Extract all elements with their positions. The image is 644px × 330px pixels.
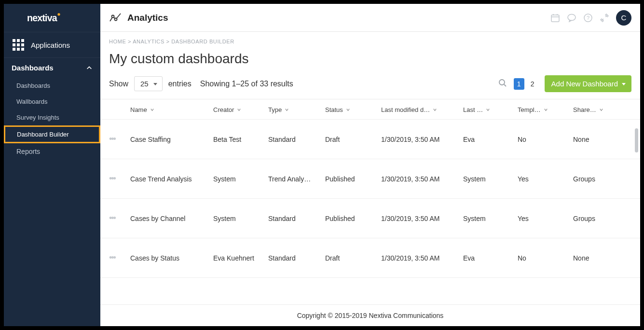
row-actions-icon[interactable]: ••• bbox=[109, 174, 130, 184]
cell-lastby: Eva bbox=[463, 136, 518, 143]
cell-name: Cases by Status bbox=[130, 254, 213, 262]
svg-text:nextiva: nextiva bbox=[27, 13, 57, 23]
cell-template: Yes bbox=[518, 175, 573, 183]
cell-name: Case Staffing bbox=[130, 136, 213, 143]
page-header-title: Analytics bbox=[127, 13, 168, 23]
column-header-lastby[interactable]: Last … bbox=[463, 106, 518, 113]
sidebar-item-survey-insights[interactable]: Survey Insights bbox=[4, 110, 100, 125]
column-header-type[interactable]: Type bbox=[268, 106, 325, 113]
page-2-button[interactable]: 2 bbox=[527, 78, 538, 90]
row-actions-icon[interactable]: ••• bbox=[109, 213, 130, 223]
sort-icon bbox=[150, 108, 154, 112]
column-header-creator[interactable]: Creator bbox=[213, 106, 268, 113]
cell-modified: 1/30/2019, 3:50 AM bbox=[381, 254, 463, 262]
sort-icon bbox=[285, 108, 289, 112]
page-title: My custom dashboards bbox=[100, 44, 640, 75]
cell-template: Yes bbox=[518, 215, 573, 222]
applications-label: Applications bbox=[31, 41, 70, 49]
scrollbar-thumb[interactable] bbox=[635, 128, 638, 152]
cell-shared: None bbox=[573, 254, 621, 262]
cell-name: Case Trend Analysis bbox=[130, 175, 213, 183]
cell-type: Standard bbox=[268, 254, 325, 262]
calendar-icon[interactable] bbox=[550, 13, 560, 23]
column-header-template[interactable]: Templ… bbox=[518, 106, 573, 113]
sort-icon bbox=[237, 108, 241, 112]
add-new-dashboard-button[interactable]: Add New Dashboard bbox=[545, 75, 631, 92]
cell-shared: Groups bbox=[573, 175, 621, 183]
cell-modified: 1/30/2019, 3:50 AM bbox=[381, 136, 463, 143]
cell-status: Published bbox=[325, 175, 381, 183]
footer-copyright: Copyright © 2015-2019 Nextiva Communicat… bbox=[100, 304, 640, 326]
sort-icon bbox=[433, 108, 437, 112]
table-row[interactable]: •••Cases by ChannelSystemStandardPublish… bbox=[100, 199, 640, 238]
svg-line-12 bbox=[504, 84, 506, 86]
search-icon[interactable] bbox=[498, 79, 507, 89]
sidebar-item-dashboards[interactable]: Dashboards bbox=[4, 78, 100, 94]
chat-icon[interactable] bbox=[567, 13, 576, 23]
cell-status: Published bbox=[325, 215, 381, 222]
sidebar-item-reports[interactable]: Reports bbox=[4, 143, 100, 160]
apps-grid-icon bbox=[13, 39, 24, 51]
svg-point-0 bbox=[57, 13, 60, 15]
svg-point-2 bbox=[112, 15, 114, 17]
cell-template: No bbox=[518, 254, 573, 262]
results-text: Showing 1–25 of 33 results bbox=[200, 80, 293, 88]
cell-shared: Groups bbox=[573, 215, 621, 222]
help-icon[interactable]: ? bbox=[583, 13, 593, 23]
svg-point-11 bbox=[499, 80, 505, 85]
cell-name: Cases by Channel bbox=[130, 215, 213, 222]
table-row[interactable]: •••Cases by StatusEva KuehnertStandardDr… bbox=[100, 238, 640, 278]
column-header-status[interactable]: Status bbox=[325, 106, 381, 113]
table-row[interactable]: •••Case Trend AnalysisSystemTrend Analy…… bbox=[100, 159, 640, 199]
svg-text:?: ? bbox=[587, 15, 589, 21]
entries-select[interactable]: 25 bbox=[134, 76, 163, 91]
user-avatar[interactable]: C bbox=[616, 10, 631, 26]
row-actions-icon[interactable]: ••• bbox=[109, 134, 130, 144]
cell-lastby: System bbox=[463, 175, 518, 183]
page-1-button[interactable]: 1 bbox=[514, 78, 524, 90]
column-header-shared[interactable]: Share… bbox=[573, 106, 621, 113]
row-actions-icon[interactable]: ••• bbox=[109, 253, 130, 263]
cell-creator: System bbox=[213, 215, 268, 222]
pagination: 1 2 bbox=[514, 78, 538, 90]
cell-creator: Beta Test bbox=[213, 136, 268, 143]
svg-rect-4 bbox=[551, 15, 559, 22]
cell-lastby: System bbox=[463, 215, 518, 222]
cell-creator: System bbox=[213, 175, 268, 183]
sort-icon bbox=[346, 108, 350, 112]
applications-menu[interactable]: Applications bbox=[4, 32, 100, 58]
svg-point-3 bbox=[115, 18, 117, 20]
cell-type: Standard bbox=[268, 215, 325, 222]
breadcrumb[interactable]: HOME > ANALYTICS > DASHBOARD BUILDER bbox=[100, 32, 640, 44]
sort-icon bbox=[599, 108, 603, 112]
analytics-icon bbox=[109, 12, 122, 24]
cell-type: Standard bbox=[268, 136, 325, 143]
cell-status: Draft bbox=[325, 254, 381, 262]
sidebar-section-dashboards[interactable]: Dashboards bbox=[4, 58, 100, 78]
section-label: Dashboards bbox=[12, 64, 54, 72]
cell-status: Draft bbox=[325, 136, 381, 143]
sort-icon bbox=[544, 108, 548, 112]
entries-label: entries bbox=[168, 80, 192, 88]
svg-point-8 bbox=[568, 14, 575, 20]
cell-template: No bbox=[518, 136, 573, 143]
sidebar-item-dashboard-builder[interactable]: Dashboard Builder bbox=[4, 125, 100, 143]
cell-modified: 1/30/2019, 3:50 AM bbox=[381, 215, 463, 222]
brand-logo[interactable]: nextiva bbox=[4, 4, 100, 32]
cell-shared: None bbox=[573, 136, 621, 143]
cell-creator: Eva Kuehnert bbox=[213, 254, 268, 262]
cell-modified: 1/30/2019, 3:50 AM bbox=[381, 175, 463, 183]
column-header-modified[interactable]: Last modified d… bbox=[381, 106, 463, 113]
sort-icon bbox=[486, 108, 490, 112]
settings-icon[interactable] bbox=[600, 13, 609, 23]
sidebar-item-wallboards[interactable]: Wallboards bbox=[4, 94, 100, 110]
cell-type: Trend Analy… bbox=[268, 175, 325, 183]
table-row[interactable]: •••Case StaffingBeta TestStandardDraft1/… bbox=[100, 120, 640, 159]
show-label: Show bbox=[109, 80, 128, 88]
chevron-up-icon bbox=[86, 65, 93, 71]
cell-lastby: Eva bbox=[463, 254, 518, 262]
column-header-name[interactable]: Name bbox=[130, 106, 213, 113]
